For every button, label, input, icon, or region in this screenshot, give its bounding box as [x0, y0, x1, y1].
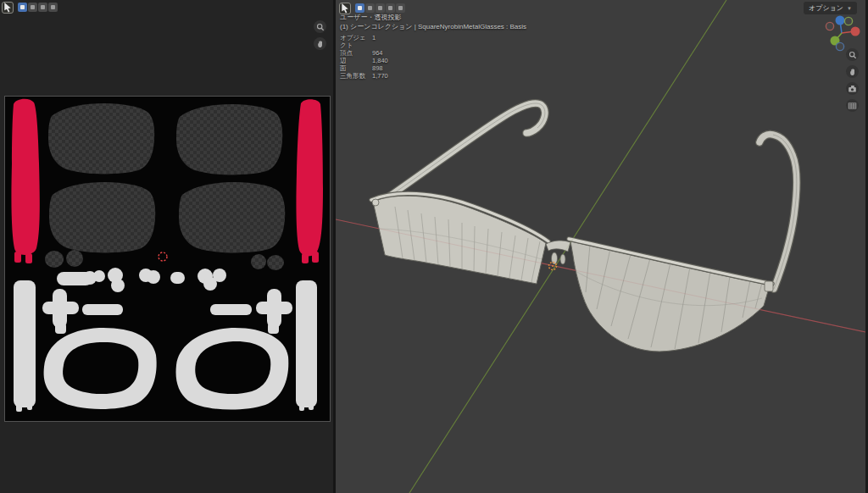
uv-editor-panel — [0, 0, 336, 493]
viewport-mode-button-1[interactable] — [355, 3, 364, 13]
orthographic-toggle-button[interactable] — [846, 99, 859, 112]
uv-select-mode-island-button[interactable] — [48, 3, 58, 12]
viewport-3d-panel: ユーザー・透視投影 (1) シーンコレクション | SquareNyrobinM… — [336, 0, 865, 493]
viewport-mode-button-2[interactable] — [365, 3, 375, 13]
edge-select-icon — [31, 5, 35, 9]
hand-icon — [316, 40, 325, 48]
cursor-arrow-icon — [3, 3, 12, 13]
gizmo-neg-y-axis[interactable] — [844, 17, 852, 25]
face-select-icon — [41, 5, 45, 9]
uv-zoom-button[interactable] — [314, 20, 326, 33]
mode-icon — [398, 6, 403, 10]
uv-selection-mode-group — [18, 3, 58, 12]
gizmo-neg-z-axis[interactable] — [836, 42, 843, 50]
mode-icon — [358, 6, 362, 10]
stat-row-objects: オブジェクト 1 — [340, 34, 388, 49]
viewport-mode-button-4[interactable] — [386, 3, 395, 13]
uv-editor-toolbar — [2, 2, 58, 14]
hand-icon — [849, 68, 857, 76]
stat-row-edges: 辺 1,840 — [340, 57, 388, 64]
vertex-select-icon — [20, 5, 25, 9]
grid-icon — [848, 102, 857, 110]
chevron-down-icon: ▼ — [847, 6, 852, 11]
blender-window: ユーザー・透視投影 (1) シーンコレクション | SquareNyrobinM… — [0, 0, 868, 493]
uv-select-mode-face-button[interactable] — [38, 3, 47, 12]
uv-pan-button[interactable] — [314, 37, 326, 50]
viewport-3d-canvas[interactable] — [336, 0, 865, 493]
options-button[interactable]: オプション ▼ — [804, 2, 857, 14]
statistics-overlay: オブジェクト 1 頂点 964 辺 1,840 面 898 三角形数 1,770 — [340, 34, 388, 80]
stat-row-vertices: 頂点 964 — [340, 49, 388, 57]
mode-icon — [388, 6, 392, 10]
viewport-nav-column — [846, 48, 859, 112]
gizmo-z-axis[interactable] — [836, 16, 845, 25]
glasses-model[interactable] — [371, 103, 797, 352]
viewport-mode-button-5[interactable] — [396, 3, 405, 13]
island-select-icon — [51, 5, 55, 9]
uv-tweak-tool-button[interactable] — [2, 2, 14, 14]
viewport-header-text: ユーザー・透視投影 (1) シーンコレクション | SquareNyrobinM… — [340, 13, 526, 31]
uv-editor-nav-column — [314, 20, 326, 50]
mode-icon — [378, 6, 382, 10]
gizmo-x-axis[interactable] — [851, 27, 860, 36]
view-perspective-label: ユーザー・透視投影 — [340, 13, 526, 22]
uv-select-mode-edge-button[interactable] — [28, 3, 37, 12]
stat-row-faces: 面 898 — [340, 64, 388, 72]
camera-icon — [848, 85, 857, 93]
scene-collection-path: (1) シーンコレクション | SquareNyrobinMetalGlasse… — [340, 22, 526, 31]
viewport-pan-button[interactable] — [846, 65, 859, 78]
navigation-gizmo[interactable] — [823, 14, 862, 53]
uv-select-mode-vertex-button[interactable] — [18, 3, 27, 12]
uv-layout-image[interactable] — [4, 96, 331, 422]
gizmo-neg-x-axis[interactable] — [826, 22, 833, 30]
mode-icon — [368, 6, 372, 10]
camera-view-button[interactable] — [846, 82, 859, 95]
viewport-mode-button-3[interactable] — [376, 3, 385, 13]
stat-row-triangles: 三角形数 1,770 — [340, 72, 388, 80]
zoom-icon — [316, 23, 325, 31]
